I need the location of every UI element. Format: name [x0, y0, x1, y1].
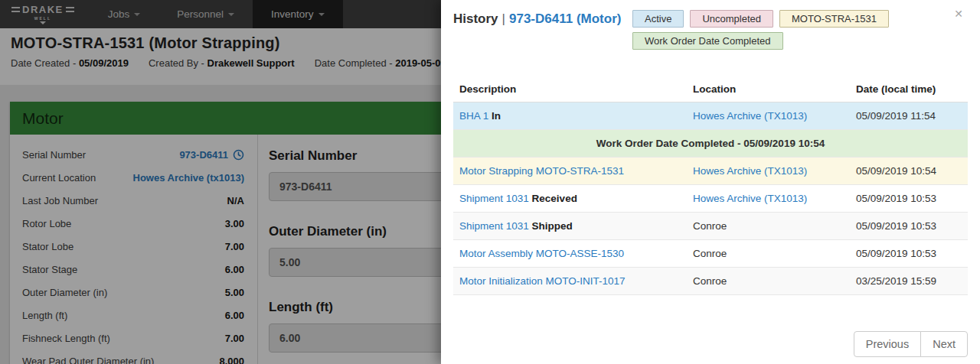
history-location: Conroe [693, 248, 727, 259]
history-cell-location: Howes Archive (TX1013) [687, 102, 850, 130]
previous-button[interactable]: Previous [854, 331, 921, 357]
work-order-banner-row: Work Order Date Completed - 05/09/2019 1… [453, 130, 968, 158]
history-row: Motor Strapping MOTO-STRA-1531Howes Arch… [453, 158, 968, 185]
history-legend-badges: ActiveUncompletedMOTO-STRA-1531Work Orde… [632, 10, 900, 50]
history-title-separator: | [498, 11, 509, 26]
history-row: Shipment 1031 ShippedConroe05/09/2019 10… [453, 213, 968, 240]
history-location-link[interactable]: Howes Archive (TX1013) [693, 110, 807, 122]
history-event-status: Shipped [532, 220, 573, 232]
history-modal: History|973-D6411 (Motor) ActiveUncomple… [441, 0, 980, 364]
history-cell-description: Shipment 1031 Shipped [453, 213, 687, 240]
history-row: Motor Initialization MOTO-INIT-1017Conro… [453, 268, 968, 295]
history-cell-description: Motor Strapping MOTO-STRA-1531 [453, 158, 687, 185]
history-title-prefix: History [453, 11, 498, 26]
history-cell-date: 05/09/2019 10:53 [850, 185, 968, 213]
history-event-link[interactable]: Motor Strapping MOTO-STRA-1531 [459, 165, 624, 177]
history-cell-date: 03/25/2019 15:59 [850, 268, 968, 295]
badge-active[interactable]: Active [632, 10, 684, 28]
badge-moto-stra-1531[interactable]: MOTO-STRA-1531 [779, 10, 889, 28]
history-cell-date: 05/09/2019 11:54 [850, 102, 968, 130]
history-cell-date: 05/09/2019 10:53 [850, 240, 968, 268]
history-cell-location: Conroe [687, 268, 850, 295]
next-button[interactable]: Next [920, 331, 968, 357]
history-cell-date: 05/09/2019 10:53 [850, 213, 968, 240]
history-location: Conroe [693, 220, 727, 232]
history-event-status: Received [532, 193, 577, 204]
history-cell-location: Conroe [687, 213, 850, 240]
history-cell-description: Motor Assembly MOTO-ASSE-1530 [453, 240, 687, 268]
history-col-header: Description [453, 76, 687, 102]
history-cell-description: BHA 1 In [453, 102, 687, 130]
history-cell-description: Shipment 1031 Received [453, 185, 687, 213]
history-location-link[interactable]: Howes Archive (TX1013) [693, 193, 807, 204]
history-col-header: Location [687, 76, 850, 102]
history-cell-location: Howes Archive (TX1013) [687, 185, 850, 213]
history-col-header: Date (local time) [850, 76, 968, 102]
history-table-header-row: DescriptionLocationDate (local time) [453, 76, 968, 102]
history-location-link[interactable]: Howes Archive (TX1013) [693, 165, 807, 177]
history-table: DescriptionLocationDate (local time) BHA… [453, 76, 968, 295]
history-row: Shipment 1031 ReceivedHowes Archive (TX1… [453, 185, 968, 213]
history-title-asset-link[interactable]: 973-D6411 (Motor) [509, 11, 621, 26]
work-order-banner-text: Work Order Date Completed - 05/09/2019 1… [453, 130, 968, 158]
history-event-link[interactable]: Motor Initialization MOTO-INIT-1017 [459, 275, 626, 287]
history-event-status: In [492, 110, 501, 122]
badge-uncompleted[interactable]: Uncompleted [690, 10, 773, 28]
history-location: Conroe [693, 275, 727, 287]
close-icon[interactable]: ✕ [954, 8, 963, 20]
history-row: BHA 1 InHowes Archive (TX1013)05/09/2019… [453, 102, 968, 130]
history-event-link[interactable]: BHA 1 [459, 110, 488, 122]
history-event-link[interactable]: Shipment 1031 [459, 193, 529, 204]
pagination: Previous Next [854, 331, 968, 357]
history-cell-location: Conroe [687, 240, 850, 268]
history-cell-location: Howes Archive (TX1013) [687, 158, 850, 185]
badge-work-order-date-completed[interactable]: Work Order Date Completed [632, 32, 783, 50]
history-cell-date: 05/09/2019 10:54 [850, 158, 968, 185]
history-event-link[interactable]: Motor Assembly MOTO-ASSE-1530 [459, 248, 624, 259]
history-cell-description: Motor Initialization MOTO-INIT-1017 [453, 268, 687, 295]
history-row: Motor Assembly MOTO-ASSE-1530Conroe05/09… [453, 240, 968, 268]
history-event-link[interactable]: Shipment 1031 [459, 220, 529, 232]
history-modal-title: History|973-D6411 (Motor) [453, 11, 621, 27]
